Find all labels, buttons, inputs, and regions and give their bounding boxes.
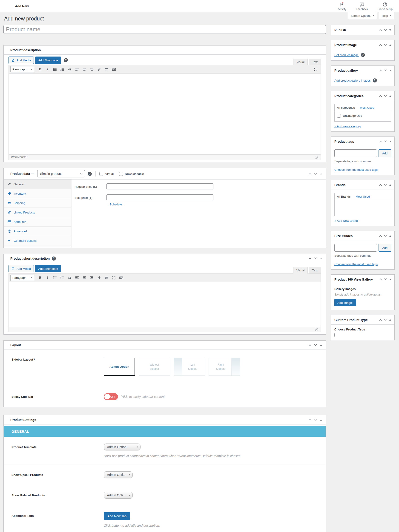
add-new-category-link[interactable]: + Add new category [334, 125, 361, 128]
order-down-button[interactable] [385, 183, 386, 186]
help-icon[interactable]: ? [88, 172, 92, 176]
toggle-panel-button[interactable] [389, 235, 391, 237]
toolbar-toggle-button[interactable] [118, 275, 124, 281]
order-up-button[interactable] [380, 95, 381, 97]
set-product-image-link[interactable]: Set product image [334, 53, 359, 57]
toggle-panel-button[interactable] [320, 344, 322, 346]
category-item-uncategorized[interactable]: Uncategorized [337, 114, 389, 118]
show-related-select[interactable]: Admin Opti... [104, 492, 133, 499]
uncategorized-checkbox[interactable] [337, 114, 341, 118]
order-down-button[interactable] [315, 257, 316, 260]
product-type-radio[interactable] [334, 333, 335, 337]
order-up-button[interactable] [380, 318, 381, 321]
product-template-select[interactable]: Admin Option [104, 443, 141, 450]
tab-text[interactable]: Text [309, 267, 321, 274]
add-media-button[interactable]: Add Media [8, 57, 34, 64]
tab-attributes[interactable]: Attributes [4, 217, 71, 227]
bullet-list-button[interactable] [51, 66, 58, 72]
tab-shipping[interactable]: Shipping [4, 198, 71, 208]
toggle-panel-button[interactable] [389, 70, 391, 71]
description-editor-canvas[interactable] [9, 74, 321, 154]
order-down-button[interactable] [315, 172, 316, 175]
layout-option-without-sidebar[interactable]: Without Sidebar [139, 358, 170, 376]
add-new-brand-link[interactable]: + Add New Brand [334, 219, 358, 222]
tab-general[interactable]: General [4, 179, 71, 189]
toolbar-toggle-button[interactable] [110, 66, 117, 72]
toggle-panel-button[interactable] [389, 95, 391, 97]
toggle-panel-button[interactable] [389, 184, 391, 186]
order-down-button[interactable] [385, 318, 386, 321]
blockquote-button[interactable] [66, 66, 73, 72]
add-shortcode-button[interactable]: Add Shortcode [35, 265, 61, 272]
tab-text[interactable]: Text [309, 59, 321, 65]
short-description-editor-canvas[interactable] [9, 282, 321, 327]
order-up-button[interactable] [380, 183, 381, 186]
order-up-button[interactable] [380, 234, 381, 237]
layout-option-right-sidebar[interactable]: Right Sidebar [209, 358, 240, 376]
tags-input[interactable] [334, 149, 377, 157]
order-up-button[interactable] [309, 172, 311, 175]
italic-button[interactable]: I [44, 275, 51, 281]
toggle-panel-button[interactable] [389, 29, 391, 31]
add-images-button[interactable]: Add Images [334, 299, 356, 306]
regular-price-input[interactable] [106, 183, 213, 190]
toggle-panel-button[interactable] [389, 279, 391, 280]
read-more-button[interactable] [103, 66, 110, 72]
blockquote-button[interactable] [66, 275, 73, 281]
tab-visual[interactable]: Visual [293, 59, 308, 65]
align-center-button[interactable] [81, 275, 88, 281]
bold-button[interactable]: B [37, 275, 44, 281]
add-media-button[interactable]: Add Media [8, 265, 34, 272]
order-up-button[interactable] [380, 278, 381, 281]
help-icon[interactable]: ? [52, 256, 56, 261]
virtual-checkbox[interactable] [99, 172, 103, 176]
help-icon[interactable]: ? [373, 78, 377, 82]
order-up-button[interactable] [309, 257, 311, 260]
show-upsell-select[interactable]: Admin Opti... [104, 471, 133, 478]
order-up-button[interactable] [380, 44, 381, 46]
toggle-panel-button[interactable] [389, 44, 391, 46]
read-more-button[interactable] [103, 275, 110, 281]
downloadable-checkbox[interactable] [119, 172, 123, 176]
layout-option-admin[interactable]: Admin Option [104, 358, 135, 376]
order-down-button[interactable] [385, 278, 386, 281]
align-left-button[interactable] [74, 66, 80, 72]
resize-grip[interactable] [315, 328, 318, 331]
order-down-button[interactable] [385, 95, 386, 97]
tab-all-categories[interactable]: All categories [334, 104, 357, 111]
paragraph-format-select[interactable]: Paragraph [10, 275, 34, 281]
tab-most-used[interactable]: Most Used [353, 193, 372, 200]
help-button[interactable]: Help [379, 13, 394, 19]
bold-button[interactable]: B [37, 66, 44, 72]
product-type-select[interactable]: Simple product [37, 170, 85, 177]
insert-link-button[interactable] [96, 66, 102, 72]
order-down-button[interactable] [385, 29, 386, 32]
order-up-button[interactable] [380, 29, 381, 32]
help-icon[interactable]: ? [361, 53, 365, 57]
order-up-button[interactable] [380, 140, 381, 143]
product-name-input[interactable] [3, 25, 326, 34]
align-left-button[interactable] [74, 275, 80, 281]
order-down-button[interactable] [385, 140, 386, 143]
tab-inventory[interactable]: Inventory [4, 189, 71, 198]
toggle-panel-button[interactable] [320, 173, 322, 174]
resize-grip[interactable] [315, 156, 318, 159]
tab-advanced[interactable]: Advanced [4, 227, 71, 236]
tab-most-used[interactable]: Most Used [357, 104, 377, 111]
add-new-tab-button[interactable]: Add New Tab [104, 512, 130, 520]
toggle-panel-button[interactable] [320, 419, 322, 421]
virtual-checkbox-label[interactable]: Virtual [99, 172, 114, 176]
paragraph-format-select[interactable]: Paragraph [10, 66, 34, 72]
toggle-panel-button[interactable] [389, 319, 391, 321]
order-down-button[interactable] [385, 69, 386, 72]
layout-option-left-sidebar[interactable]: Left Sidebar [174, 358, 205, 376]
order-down-button[interactable] [315, 343, 316, 347]
tab-get-more-options[interactable]: Get more options [4, 236, 71, 245]
toggle-panel-button[interactable] [389, 141, 391, 142]
tab-all-brands[interactable]: All Brands [334, 193, 353, 200]
add-shortcode-button[interactable]: Add Shortcode [35, 57, 61, 64]
order-down-button[interactable] [385, 234, 386, 237]
insert-link-button[interactable] [96, 275, 102, 281]
size-guides-input[interactable] [334, 244, 377, 252]
numbered-list-button[interactable] [59, 66, 65, 72]
